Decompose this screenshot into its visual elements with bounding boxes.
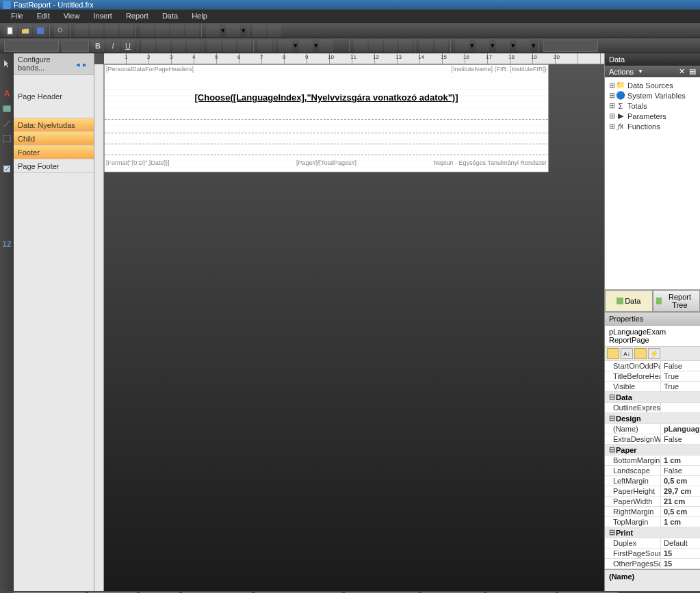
align-right-button[interactable] [172,40,185,52]
menu-file[interactable]: File [4,10,30,23]
line-width-dropdown[interactable]: ▾ [510,41,516,50]
property-row[interactable]: (Name)pLanguageExam [605,424,700,434]
property-row[interactable]: BottomMargin1 cm [605,456,700,466]
header-right-field[interactable]: [InstituteName] (FIR: [InstituteFIR]) [451,66,547,73]
undo-dropdown[interactable]: ▾ [220,26,226,35]
property-value[interactable]: pLanguageExam [661,424,700,434]
menu-insert[interactable]: Insert [86,10,119,23]
property-category[interactable]: ⊟Data [605,392,700,403]
redo-dropdown[interactable]: ▾ [241,26,246,35]
new-button[interactable] [3,25,17,37]
page-setup-button[interactable] [120,25,133,37]
property-row[interactable]: RightMargin0,5 cm [605,507,700,517]
collapse-icon[interactable]: ⊟ [608,414,616,423]
menu-view[interactable]: View [57,10,87,23]
tree-item[interactable]: ⊞▶Parameters [608,111,697,121]
property-category[interactable]: ⊟Paper [605,445,700,456]
property-value[interactable]: True [661,382,700,391]
footer-center-field[interactable]: [Page#]/[TotalPages#] [296,159,357,166]
tree-item[interactable]: ⊞ΣTotals [608,101,697,111]
paste-button[interactable] [170,25,184,37]
band-item[interactable]: Page Header [14,75,94,118]
border-none-button[interactable] [435,40,448,52]
font-color-dropdown[interactable]: ▾ [293,41,298,50]
property-value[interactable]: 15 [661,549,700,558]
footer-left-field[interactable]: [Format("{0:D}",[Date])] [106,159,169,166]
property-row[interactable]: LeftMargin0,5 cm [605,476,700,486]
zip-tool[interactable] [1,223,12,235]
menu-edit[interactable]: Edit [30,10,57,23]
footer-band[interactable] [105,144,548,155]
property-row[interactable]: LandscapeFalse [605,466,700,476]
cellular-tool[interactable]: 12 [1,238,12,250]
footer-right-field[interactable]: Neptun - Egységes Tanulmányi Rendszer [434,159,547,166]
expand-icon[interactable]: ⊞ [608,122,616,131]
property-value[interactable]: False [661,361,700,371]
border-bottom-button[interactable] [369,40,383,52]
expand-icon[interactable]: ⊞ [608,111,616,120]
format-button[interactable] [320,40,333,52]
property-value[interactable] [661,403,700,412]
text-rotation-button[interactable] [258,40,272,52]
font-size-combo[interactable] [62,40,89,52]
band-item[interactable]: Data: Nyelvtudas [14,118,94,132]
ungroup-button[interactable] [268,25,281,37]
property-value[interactable]: 21 cm [661,497,700,506]
collapse-icon[interactable]: ⊟ [608,528,616,537]
misc-tool[interactable] [1,253,12,265]
fill-color-dropdown[interactable]: ▾ [469,41,475,50]
italic-button[interactable]: I [106,40,120,52]
expand-icon[interactable]: ⊞ [608,91,616,100]
property-row[interactable]: PaperWidth21 cm [605,497,700,507]
open-button[interactable] [18,25,32,37]
valign-top-button[interactable] [207,40,221,52]
data-band[interactable] [105,120,548,133]
property-value[interactable]: 0,5 cm [661,507,700,516]
group-button[interactable] [252,25,266,37]
report-page[interactable]: [PersonalDataForPageHeaders] [InstituteN… [104,64,549,172]
shape-tool[interactable] [1,133,12,145]
property-row[interactable]: StartOnOddPageFalse [605,361,700,371]
menu-report[interactable]: Report [119,10,155,23]
highlight-dropdown[interactable]: ▾ [313,41,319,50]
text-tool[interactable]: A [1,88,12,100]
table-tool[interactable] [1,178,12,190]
fill-color-button[interactable] [455,40,469,52]
property-value[interactable]: 29,7 cm [661,486,700,496]
property-row[interactable]: PaperHeight29,7 cm [605,486,700,497]
bands-header[interactable]: Configure bands... ◂ ▸ [14,53,94,75]
delete-page-button[interactable] [105,25,118,37]
data-tree[interactable]: ⊞📁Data Sources⊞🔵System Variables⊞ΣTotals… [605,77,700,289]
property-value[interactable]: Default [661,538,700,548]
property-row[interactable]: VisibleTrue [605,382,700,392]
chart-tool[interactable] [1,208,12,220]
border-right-button[interactable] [399,40,413,52]
save-button[interactable] [34,25,47,37]
properties-object[interactable]: pLanguageExam ReportPage [605,326,700,347]
band-item[interactable]: Footer [14,146,94,159]
line-tool[interactable] [1,118,12,130]
border-left-button[interactable] [384,40,398,52]
props-alpha-button[interactable]: A↓ [621,348,633,359]
title-field[interactable]: [Choose([LanguageIndex],"Nyelvvizsgára v… [105,92,548,103]
matrix-tool[interactable] [1,193,12,205]
page-header-band[interactable]: [PersonalDataForPageHeaders] [InstituteN… [105,65,548,120]
property-row[interactable]: DuplexDefault [605,538,700,549]
property-row[interactable]: TopMargin1 cm [605,517,700,527]
valign-middle-button[interactable] [222,40,236,52]
property-value[interactable]: False [661,466,700,475]
pointer-tool[interactable] [1,57,12,70]
bold-button[interactable]: B [91,40,105,52]
new-page-button[interactable] [75,25,88,37]
line-style-dropdown[interactable]: ▾ [531,41,536,50]
checkbox-tool[interactable] [1,163,12,175]
line-color-button[interactable] [476,40,489,52]
page-footer-band[interactable]: [Format("{0:D}",[Date])] [Page#]/[TotalP… [105,155,548,172]
band-item[interactable]: Child [14,132,94,146]
property-category[interactable]: ⊟Print [605,527,700,538]
align-center-button[interactable] [157,40,170,52]
panel-tab[interactable]: Data [605,290,653,312]
band-left-arrow[interactable]: ◂ [76,60,83,67]
collapse-icon[interactable]: ⊟ [608,445,616,454]
tree-item[interactable]: ⊞🔵System Variables [608,90,697,101]
